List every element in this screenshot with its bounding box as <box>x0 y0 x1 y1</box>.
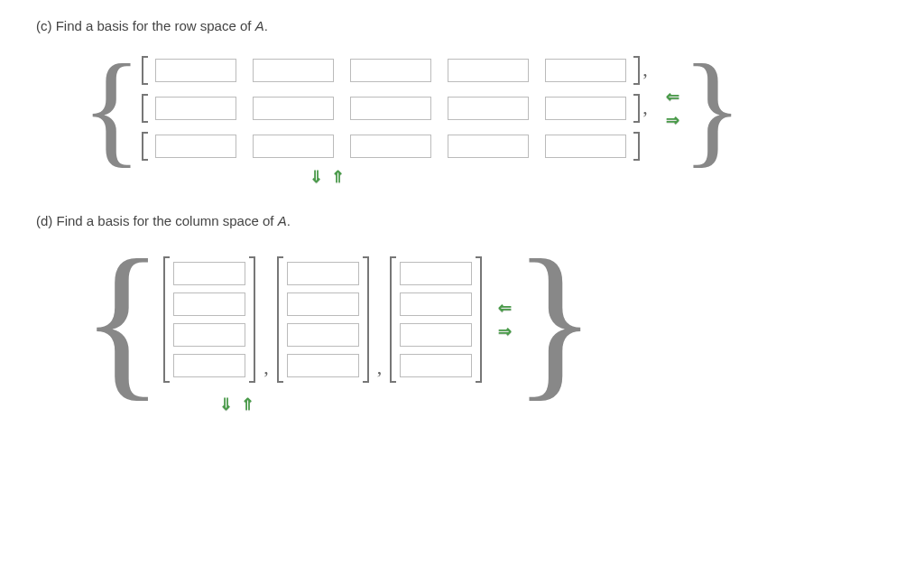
part-label-c: (c) <box>36 18 52 33</box>
matrix-cell[interactable] <box>400 354 472 377</box>
prompt-c: (c) Find a basis for the row space of A. <box>36 18 888 33</box>
add-row-button[interactable]: ⇓ <box>307 168 325 186</box>
bracket-left <box>142 56 148 85</box>
matrix-cell[interactable] <box>448 97 529 120</box>
matrix-cell[interactable] <box>400 262 472 285</box>
prompt-d: (d) Find a basis for the column space of… <box>36 213 888 228</box>
matrix-cell[interactable] <box>287 354 359 377</box>
matrix-cell[interactable] <box>287 323 359 347</box>
matrix-cell[interactable] <box>545 135 626 158</box>
matrix-cell[interactable] <box>287 292 359 316</box>
matrix-cell[interactable] <box>155 135 236 158</box>
matrix-cell[interactable] <box>400 323 472 347</box>
matrix-cell[interactable] <box>173 262 245 285</box>
bracket-right <box>633 94 640 123</box>
row-resize-arrows-c: ⇓ ⇑ <box>307 168 888 186</box>
remove-row-button[interactable]: ⇑ <box>328 168 346 186</box>
bracket-left <box>142 94 148 123</box>
matrix-cell[interactable] <box>448 59 529 82</box>
matrix-cell[interactable] <box>173 323 245 347</box>
brace-right-c: } <box>682 58 743 159</box>
row-vector-set-c: , , <box>142 56 651 161</box>
matrix-cell[interactable] <box>173 354 245 377</box>
row-vector: , <box>142 56 651 85</box>
brace-right-d: } <box>513 251 596 388</box>
vector-separator: , <box>263 356 269 383</box>
brace-left-d: { <box>81 251 163 388</box>
add-column-button[interactable]: ⇒ <box>664 111 682 129</box>
bracket-left <box>163 256 170 383</box>
matrix-cell[interactable] <box>545 97 626 120</box>
matrix-cell[interactable] <box>400 292 472 316</box>
col-resize-arrows-d: ⇐ ⇒ <box>495 299 513 340</box>
prompt-post-c: . <box>264 18 268 33</box>
column-vector <box>390 256 482 383</box>
matrix-cell[interactable] <box>350 135 431 158</box>
bracket-right <box>363 256 369 383</box>
column-vector-set-d: , , <box>163 256 482 383</box>
row-vector: , <box>142 94 651 123</box>
matrix-cell[interactable] <box>173 292 245 316</box>
remove-column-button[interactable]: ⇐ <box>495 299 513 317</box>
vector-separator: , <box>377 356 383 383</box>
remove-row-button[interactable]: ⇑ <box>238 395 256 413</box>
bracket-left <box>142 132 148 161</box>
bracket-right <box>249 256 255 383</box>
bracket-right <box>633 56 640 85</box>
matrix-cell[interactable] <box>287 262 359 285</box>
matrix-cell[interactable] <box>253 97 334 120</box>
matrix-cell[interactable] <box>155 97 236 120</box>
matrix-cell[interactable] <box>545 59 626 82</box>
row-vector <box>142 132 651 161</box>
matrix-var-c: A <box>255 18 264 33</box>
add-row-button[interactable]: ⇓ <box>217 395 235 413</box>
column-vector <box>277 256 369 383</box>
remove-column-button[interactable]: ⇐ <box>664 88 682 106</box>
bracket-right <box>476 256 482 383</box>
bracket-right <box>633 132 640 161</box>
matrix-cell[interactable] <box>253 59 334 82</box>
column-vector <box>163 256 255 383</box>
answer-area-d: { , <box>81 251 888 388</box>
col-resize-arrows-c: ⇐ ⇒ <box>664 88 682 129</box>
answer-area-c: { , <box>81 56 888 161</box>
prompt-post-d: . <box>287 213 291 228</box>
matrix-var-d: A <box>278 213 287 228</box>
vector-separator: , <box>642 96 648 123</box>
matrix-cell[interactable] <box>350 97 431 120</box>
part-label-d: (d) <box>36 213 52 228</box>
matrix-cell[interactable] <box>448 135 529 158</box>
brace-left-c: { <box>81 58 142 159</box>
matrix-cell[interactable] <box>253 135 334 158</box>
vector-separator: , <box>642 58 648 85</box>
bracket-left <box>390 256 396 383</box>
problem-c: (c) Find a basis for the row space of A.… <box>36 18 888 186</box>
matrix-cell[interactable] <box>350 59 431 82</box>
matrix-cell[interactable] <box>155 59 236 82</box>
bracket-left <box>277 256 283 383</box>
problem-d: (d) Find a basis for the column space of… <box>36 213 888 413</box>
prompt-text-c: Find a basis for the row space of <box>56 18 255 33</box>
add-column-button[interactable]: ⇒ <box>495 322 513 340</box>
